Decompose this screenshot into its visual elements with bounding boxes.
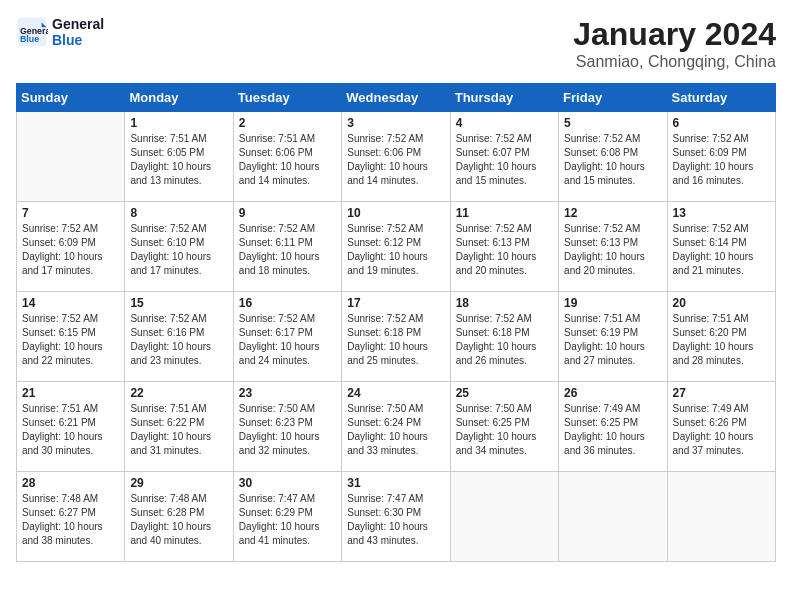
calendar-header-tuesday: Tuesday <box>233 84 341 112</box>
day-info: Sunrise: 7:52 AM Sunset: 6:13 PM Dayligh… <box>456 222 553 278</box>
day-number: 17 <box>347 296 444 310</box>
calendar-cell <box>559 472 667 562</box>
day-info: Sunrise: 7:52 AM Sunset: 6:14 PM Dayligh… <box>673 222 770 278</box>
day-info: Sunrise: 7:52 AM Sunset: 6:09 PM Dayligh… <box>22 222 119 278</box>
day-info: Sunrise: 7:52 AM Sunset: 6:12 PM Dayligh… <box>347 222 444 278</box>
calendar-header-monday: Monday <box>125 84 233 112</box>
calendar: SundayMondayTuesdayWednesdayThursdayFrid… <box>16 83 776 562</box>
day-number: 29 <box>130 476 227 490</box>
calendar-cell: 24Sunrise: 7:50 AM Sunset: 6:24 PM Dayli… <box>342 382 450 472</box>
calendar-header-saturday: Saturday <box>667 84 775 112</box>
day-info: Sunrise: 7:51 AM Sunset: 6:21 PM Dayligh… <box>22 402 119 458</box>
day-number: 18 <box>456 296 553 310</box>
day-info: Sunrise: 7:52 AM Sunset: 6:08 PM Dayligh… <box>564 132 661 188</box>
day-info: Sunrise: 7:51 AM Sunset: 6:05 PM Dayligh… <box>130 132 227 188</box>
calendar-cell: 16Sunrise: 7:52 AM Sunset: 6:17 PM Dayli… <box>233 292 341 382</box>
calendar-cell: 30Sunrise: 7:47 AM Sunset: 6:29 PM Dayli… <box>233 472 341 562</box>
day-number: 1 <box>130 116 227 130</box>
week-row-5: 28Sunrise: 7:48 AM Sunset: 6:27 PM Dayli… <box>17 472 776 562</box>
calendar-cell: 3Sunrise: 7:52 AM Sunset: 6:06 PM Daylig… <box>342 112 450 202</box>
day-number: 15 <box>130 296 227 310</box>
day-info: Sunrise: 7:52 AM Sunset: 6:17 PM Dayligh… <box>239 312 336 368</box>
day-number: 8 <box>130 206 227 220</box>
calendar-cell <box>17 112 125 202</box>
calendar-header-thursday: Thursday <box>450 84 558 112</box>
day-info: Sunrise: 7:51 AM Sunset: 6:22 PM Dayligh… <box>130 402 227 458</box>
day-info: Sunrise: 7:52 AM Sunset: 6:09 PM Dayligh… <box>673 132 770 188</box>
day-number: 16 <box>239 296 336 310</box>
calendar-cell <box>667 472 775 562</box>
day-number: 6 <box>673 116 770 130</box>
calendar-cell: 5Sunrise: 7:52 AM Sunset: 6:08 PM Daylig… <box>559 112 667 202</box>
calendar-cell: 2Sunrise: 7:51 AM Sunset: 6:06 PM Daylig… <box>233 112 341 202</box>
calendar-cell: 9Sunrise: 7:52 AM Sunset: 6:11 PM Daylig… <box>233 202 341 292</box>
calendar-header-sunday: Sunday <box>17 84 125 112</box>
day-info: Sunrise: 7:52 AM Sunset: 6:18 PM Dayligh… <box>456 312 553 368</box>
logo-text-general: General <box>52 16 104 32</box>
day-number: 28 <box>22 476 119 490</box>
day-number: 7 <box>22 206 119 220</box>
logo: General Blue General Blue <box>16 16 104 48</box>
day-number: 31 <box>347 476 444 490</box>
calendar-cell: 6Sunrise: 7:52 AM Sunset: 6:09 PM Daylig… <box>667 112 775 202</box>
week-row-1: 1Sunrise: 7:51 AM Sunset: 6:05 PM Daylig… <box>17 112 776 202</box>
calendar-cell: 20Sunrise: 7:51 AM Sunset: 6:20 PM Dayli… <box>667 292 775 382</box>
day-number: 24 <box>347 386 444 400</box>
day-info: Sunrise: 7:52 AM Sunset: 6:13 PM Dayligh… <box>564 222 661 278</box>
day-number: 23 <box>239 386 336 400</box>
logo-text-blue: Blue <box>52 32 104 48</box>
calendar-cell: 21Sunrise: 7:51 AM Sunset: 6:21 PM Dayli… <box>17 382 125 472</box>
day-info: Sunrise: 7:50 AM Sunset: 6:25 PM Dayligh… <box>456 402 553 458</box>
calendar-cell: 10Sunrise: 7:52 AM Sunset: 6:12 PM Dayli… <box>342 202 450 292</box>
day-info: Sunrise: 7:52 AM Sunset: 6:16 PM Dayligh… <box>130 312 227 368</box>
day-number: 13 <box>673 206 770 220</box>
logo-icon: General Blue <box>16 16 48 48</box>
calendar-cell: 11Sunrise: 7:52 AM Sunset: 6:13 PM Dayli… <box>450 202 558 292</box>
day-info: Sunrise: 7:48 AM Sunset: 6:28 PM Dayligh… <box>130 492 227 548</box>
day-number: 14 <box>22 296 119 310</box>
day-info: Sunrise: 7:47 AM Sunset: 6:30 PM Dayligh… <box>347 492 444 548</box>
week-row-2: 7Sunrise: 7:52 AM Sunset: 6:09 PM Daylig… <box>17 202 776 292</box>
calendar-cell: 29Sunrise: 7:48 AM Sunset: 6:28 PM Dayli… <box>125 472 233 562</box>
day-info: Sunrise: 7:51 AM Sunset: 6:06 PM Dayligh… <box>239 132 336 188</box>
week-row-4: 21Sunrise: 7:51 AM Sunset: 6:21 PM Dayli… <box>17 382 776 472</box>
header: General Blue General Blue January 2024 S… <box>16 16 776 71</box>
calendar-cell: 8Sunrise: 7:52 AM Sunset: 6:10 PM Daylig… <box>125 202 233 292</box>
calendar-cell: 15Sunrise: 7:52 AM Sunset: 6:16 PM Dayli… <box>125 292 233 382</box>
day-number: 9 <box>239 206 336 220</box>
day-info: Sunrise: 7:51 AM Sunset: 6:20 PM Dayligh… <box>673 312 770 368</box>
day-info: Sunrise: 7:52 AM Sunset: 6:06 PM Dayligh… <box>347 132 444 188</box>
week-row-3: 14Sunrise: 7:52 AM Sunset: 6:15 PM Dayli… <box>17 292 776 382</box>
day-number: 5 <box>564 116 661 130</box>
day-number: 21 <box>22 386 119 400</box>
calendar-header-row: SundayMondayTuesdayWednesdayThursdayFrid… <box>17 84 776 112</box>
day-number: 11 <box>456 206 553 220</box>
day-info: Sunrise: 7:49 AM Sunset: 6:25 PM Dayligh… <box>564 402 661 458</box>
day-info: Sunrise: 7:52 AM Sunset: 6:11 PM Dayligh… <box>239 222 336 278</box>
calendar-cell: 26Sunrise: 7:49 AM Sunset: 6:25 PM Dayli… <box>559 382 667 472</box>
calendar-cell: 31Sunrise: 7:47 AM Sunset: 6:30 PM Dayli… <box>342 472 450 562</box>
subtitle: Sanmiao, Chongqing, China <box>573 53 776 71</box>
calendar-cell: 13Sunrise: 7:52 AM Sunset: 6:14 PM Dayli… <box>667 202 775 292</box>
day-number: 12 <box>564 206 661 220</box>
calendar-header-friday: Friday <box>559 84 667 112</box>
day-number: 3 <box>347 116 444 130</box>
day-number: 25 <box>456 386 553 400</box>
calendar-cell: 22Sunrise: 7:51 AM Sunset: 6:22 PM Dayli… <box>125 382 233 472</box>
calendar-cell <box>450 472 558 562</box>
day-info: Sunrise: 7:52 AM Sunset: 6:07 PM Dayligh… <box>456 132 553 188</box>
calendar-cell: 23Sunrise: 7:50 AM Sunset: 6:23 PM Dayli… <box>233 382 341 472</box>
calendar-cell: 14Sunrise: 7:52 AM Sunset: 6:15 PM Dayli… <box>17 292 125 382</box>
calendar-cell: 12Sunrise: 7:52 AM Sunset: 6:13 PM Dayli… <box>559 202 667 292</box>
day-info: Sunrise: 7:47 AM Sunset: 6:29 PM Dayligh… <box>239 492 336 548</box>
calendar-header-wednesday: Wednesday <box>342 84 450 112</box>
day-number: 10 <box>347 206 444 220</box>
svg-text:Blue: Blue <box>20 34 39 44</box>
day-info: Sunrise: 7:49 AM Sunset: 6:26 PM Dayligh… <box>673 402 770 458</box>
day-number: 30 <box>239 476 336 490</box>
day-info: Sunrise: 7:48 AM Sunset: 6:27 PM Dayligh… <box>22 492 119 548</box>
main-title: January 2024 <box>573 16 776 53</box>
day-info: Sunrise: 7:52 AM Sunset: 6:10 PM Dayligh… <box>130 222 227 278</box>
day-info: Sunrise: 7:52 AM Sunset: 6:18 PM Dayligh… <box>347 312 444 368</box>
day-info: Sunrise: 7:50 AM Sunset: 6:23 PM Dayligh… <box>239 402 336 458</box>
